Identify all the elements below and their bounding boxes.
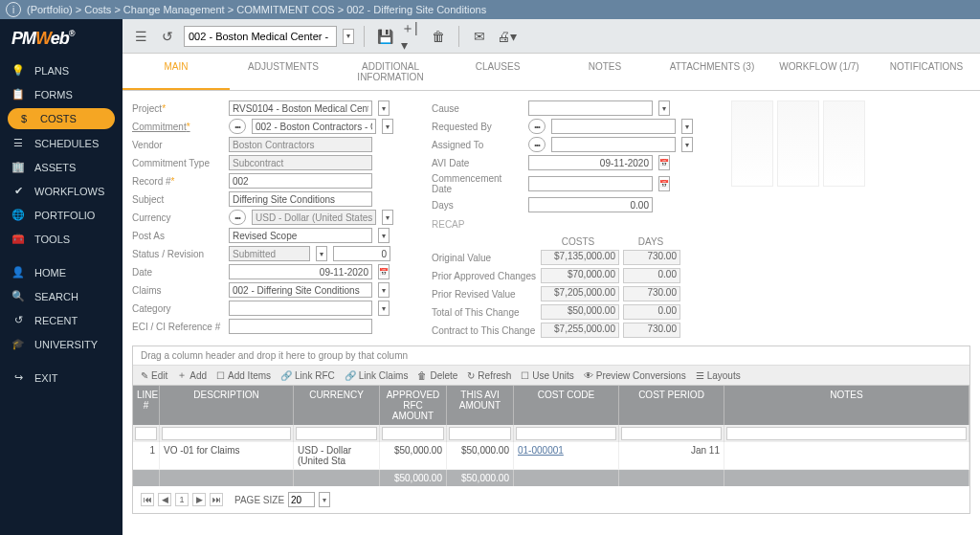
category-dd[interactable]: ▾ (378, 301, 390, 316)
info-icon[interactable]: i (6, 2, 21, 17)
grid-preview[interactable]: 👁Preview Conversions (584, 370, 686, 381)
filter-notes[interactable] (726, 427, 967, 440)
tab-notifications[interactable]: NOTIFICATIONS (873, 54, 980, 90)
grid-add[interactable]: ＋Add (177, 368, 207, 382)
date-field[interactable] (229, 264, 372, 279)
sidebar-item-plans[interactable]: 💡PLANS (0, 58, 122, 82)
currency-more-icon[interactable]: ••• (229, 210, 246, 225)
days-field[interactable] (528, 197, 653, 212)
commitment-field[interactable] (252, 119, 376, 134)
costcode-link[interactable]: 01-000001 (518, 445, 564, 456)
postas-field[interactable] (229, 228, 372, 243)
print-icon[interactable]: 🖨▾ (496, 26, 517, 47)
comm-field[interactable] (528, 176, 653, 191)
commitment-dd[interactable]: ▾ (382, 119, 393, 134)
sidebar-item-university[interactable]: 🎓UNIVERSITY (0, 332, 122, 356)
avidate-picker-icon[interactable]: 📅 (658, 155, 670, 170)
claims-dd[interactable]: ▾ (378, 282, 390, 298)
tab-clauses[interactable]: CLAUSES (444, 54, 551, 90)
grid-link-rfc[interactable]: 🔗Link RFC (280, 370, 335, 381)
assigned-field[interactable] (551, 137, 676, 152)
status-field[interactable] (229, 246, 310, 261)
menu-icon[interactable]: ☰ (130, 26, 151, 47)
grid-add-items[interactable]: ☐Add Items (216, 370, 271, 381)
cause-field[interactable] (528, 100, 653, 116)
grid-header: LINE #DESCRIPTIONCURRENCYAPPROVED RFC AM… (133, 386, 969, 425)
exit-icon: ↪ (11, 371, 25, 384)
filter-appr[interactable] (382, 427, 444, 440)
grid-layouts[interactable]: ☰Layouts (696, 370, 741, 381)
tab-main[interactable]: MAIN (122, 54, 230, 90)
project-select[interactable] (184, 26, 337, 47)
sidebar-item-schedules[interactable]: ☰SCHEDULES (0, 131, 122, 155)
sidebar-item-home[interactable]: 👤HOME (0, 260, 122, 284)
project-dd[interactable]: ▾ (378, 100, 390, 116)
date-picker-icon[interactable]: 📅 (378, 264, 390, 279)
assigned-dd[interactable]: ▾ (681, 137, 693, 152)
record-field[interactable] (229, 173, 372, 189)
filter-desc[interactable] (162, 427, 291, 440)
pager-first-icon[interactable]: ⏮ (141, 493, 154, 506)
sidebar-item-workflows[interactable]: ✔WORKFLOWS (0, 179, 122, 203)
save-icon[interactable]: 💾 (374, 26, 395, 47)
filter-per[interactable] (621, 427, 722, 440)
pager-next-icon[interactable]: ▶ (192, 493, 206, 506)
sidebar-item-recent[interactable]: ↺RECENT (0, 308, 122, 332)
ref-field[interactable] (229, 319, 372, 334)
thumb2[interactable] (777, 100, 819, 187)
thumb3[interactable] (823, 100, 865, 187)
sidebar-item-tools[interactable]: 🧰TOOLS (0, 227, 122, 251)
pager-prev-icon[interactable]: ◀ (158, 493, 171, 506)
pager-last-icon[interactable]: ⏭ (210, 493, 223, 506)
reqby-dd[interactable]: ▾ (681, 119, 693, 134)
subject-field[interactable] (229, 191, 372, 207)
sidebar-item-search[interactable]: 🔍SEARCH (0, 284, 122, 308)
claims-field[interactable] (229, 282, 372, 298)
sidebar-item-portfolio[interactable]: 🌐PORTFOLIO (0, 203, 122, 227)
project-dropdown[interactable]: ▾ (343, 29, 354, 44)
grid-use-units[interactable]: ☐Use Units (521, 370, 573, 381)
reqby-more-icon[interactable]: ••• (528, 119, 546, 134)
page-size-field[interactable] (288, 492, 315, 507)
sidebar-item-forms[interactable]: 📋FORMS (0, 82, 122, 106)
sidebar-item-exit[interactable]: ↪EXIT (0, 366, 122, 390)
tab-additional[interactable]: ADDITIONAL INFORMATION (337, 54, 444, 90)
tab-notes[interactable]: NOTES (551, 54, 658, 90)
thumb1[interactable] (731, 100, 773, 187)
avidate-field[interactable] (528, 155, 653, 170)
add-icon[interactable]: ＋|▾ (401, 26, 422, 47)
grid-link-claims[interactable]: 🔗Link Claims (345, 370, 409, 381)
page-size-dd[interactable]: ▾ (319, 492, 330, 507)
pager-page[interactable]: 1 (175, 493, 189, 506)
delete-icon[interactable]: 🗑 (428, 26, 449, 47)
plus-icon: ＋ (177, 368, 187, 382)
cause-dd[interactable]: ▾ (658, 100, 670, 116)
mail-icon[interactable]: ✉ (469, 26, 490, 47)
postas-dd[interactable]: ▾ (378, 228, 390, 243)
revision-field[interactable] (333, 246, 390, 261)
grid-delete[interactable]: 🗑Delete (417, 370, 457, 381)
grid-group-hint[interactable]: Drag a column header and drop it here to… (133, 346, 969, 366)
table-row[interactable]: 1VO -01 for ClaimsUSD - Dollar (United S… (133, 442, 969, 470)
status-dd[interactable]: ▾ (316, 246, 327, 261)
sidebar-item-assets[interactable]: 🏢ASSETS (0, 155, 122, 179)
reqby-field[interactable] (551, 119, 676, 134)
grid-refresh[interactable]: ↻Refresh (467, 370, 511, 381)
comm-picker-icon[interactable]: 📅 (658, 176, 670, 191)
filter-code[interactable] (516, 427, 616, 440)
category-field[interactable] (229, 301, 372, 316)
tab-workflow[interactable]: WORKFLOW (1/7) (766, 54, 873, 90)
grid-edit[interactable]: ✎Edit (141, 370, 167, 381)
filter-avi[interactable] (449, 427, 511, 440)
sidebar-item-costs[interactable]: $COSTS (8, 108, 115, 129)
history-icon[interactable]: ↺ (157, 26, 178, 47)
thumbnails[interactable] (731, 100, 865, 187)
project-field[interactable] (229, 100, 372, 116)
commitment-more-icon[interactable]: ••• (229, 119, 246, 134)
currency-dd[interactable]: ▾ (382, 210, 393, 225)
tab-attachments[interactable]: ATTACHMENTS (3) (658, 54, 766, 90)
assigned-more-icon[interactable]: ••• (528, 137, 546, 152)
filter-line[interactable] (135, 427, 157, 440)
filter-curr[interactable] (296, 427, 377, 440)
tab-adjustments[interactable]: ADJUSTMENTS (230, 54, 337, 90)
